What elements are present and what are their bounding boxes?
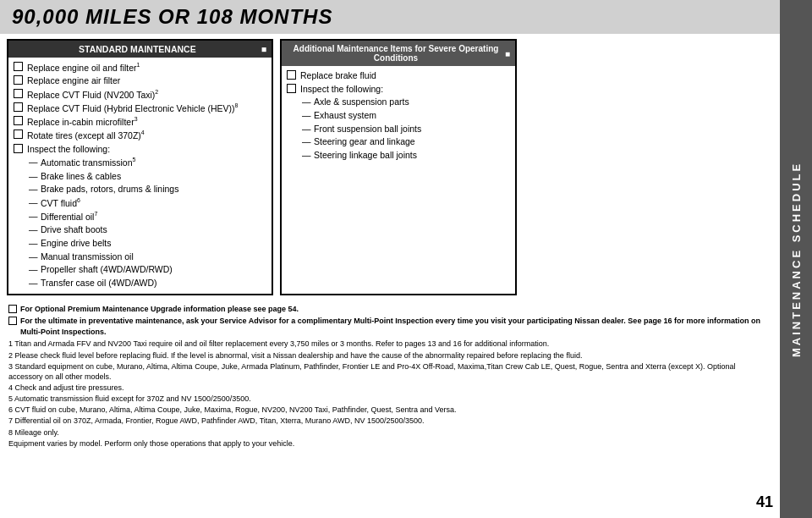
item-text: Replace CVT Fluid (Hybrid Electronic Veh… [27, 102, 238, 114]
checkbox-icon [14, 75, 23, 85]
item-text: Differential oil7 [41, 210, 97, 223]
checkbox-icon [287, 70, 296, 80]
list-item: — Steering gear and linkage [287, 135, 510, 148]
footnote-numbered: 1 Titan and Armada FFV and NV200 Taxi re… [8, 339, 771, 349]
item-text: Engine drive belts [41, 237, 111, 250]
item-text: Transfer case oil (4WD/AWD) [41, 277, 157, 289]
dash-icon: — [29, 223, 41, 236]
checkbox-icon [287, 84, 296, 93]
item-text: Rotate tires (except all 370Z)4 [27, 129, 145, 141]
right-sidebar: MAINTENANCE SCHEDULE [780, 0, 812, 518]
footnote-numbered: 7 Differential oil on 370Z, Armada, Fron… [8, 416, 771, 426]
dash-icon: — [29, 170, 41, 183]
list-item: Replace engine air filter [14, 74, 266, 87]
item-text: Replace brake fluid [300, 69, 376, 82]
dash-icon: — [29, 210, 41, 223]
dash-icon: — [29, 196, 41, 209]
list-item: Replace in-cabin microfilter3 [14, 115, 266, 128]
item-text: Replace in-cabin microfilter3 [27, 115, 138, 128]
list-item: — Steering linkage ball joints [287, 149, 510, 162]
list-item: Inspect the following: [14, 143, 266, 156]
item-text: Steering linkage ball joints [314, 149, 417, 162]
checkbox-icon [14, 89, 23, 98]
list-item: Inspect the following: [287, 83, 510, 96]
tables-row: STANDARD MAINTENANCE ■ Replace engine oi… [0, 39, 780, 295]
page-number: 41 [756, 493, 773, 511]
additional-table-header: Additional Maintenance Items for Severe … [282, 41, 515, 66]
item-text: Exhaust system [314, 109, 376, 122]
list-item: — Brake pads, rotors, drums & linings [14, 183, 266, 196]
checkbox-icon [14, 62, 23, 71]
list-item: — Brake lines & cables [14, 170, 266, 183]
footnote-numbered: 6 CVT fluid on cube, Murano, Altima, Alt… [8, 405, 771, 415]
main-content: 90,000 MILES OR 108 MONTHS STANDARD MAIN… [0, 0, 780, 518]
dash-icon: — [302, 123, 314, 135]
item-text: Replace engine oil and filter1 [27, 61, 140, 74]
checkbox-icon [14, 116, 23, 125]
item-text: Steering gear and linkage [314, 135, 415, 148]
page-container: 90,000 MILES OR 108 MONTHS STANDARD MAIN… [0, 0, 812, 518]
list-item: — Propeller shaft (4WD/AWD/RWD) [14, 263, 266, 276]
sidebar-label: MAINTENANCE SCHEDULE [790, 161, 803, 356]
dash-icon: — [302, 109, 314, 122]
dash-icon: — [302, 149, 314, 162]
list-item: — Engine drive belts [14, 237, 266, 250]
list-item: Rotate tires (except all 370Z)4 [14, 129, 266, 141]
item-text: Brake pads, rotors, drums & linings [41, 183, 178, 196]
dash-icon: — [29, 183, 41, 196]
list-item: — Differential oil7 [14, 210, 266, 223]
header-banner: 90,000 MILES OR 108 MONTHS [0, 0, 780, 34]
list-item: Replace brake fluid [287, 69, 510, 82]
list-item: — Transfer case oil (4WD/AWD) [14, 277, 266, 289]
list-item: Replace engine oil and filter1 [14, 61, 266, 74]
additional-header-line2: Conditions [374, 53, 418, 63]
list-item: — Exhaust system [287, 109, 510, 122]
list-item: — Automatic transmission5 [14, 156, 266, 168]
standard-table-body: Replace engine oil and filter1 Replace e… [8, 58, 272, 294]
checkbox-icon [14, 144, 23, 153]
footnotes-section: For Optional Premium Maintenance Upgrade… [0, 300, 780, 453]
footnote-numbered: 8 Mileage only. [8, 427, 771, 438]
checkbox-icon [14, 130, 23, 139]
dash-icon: — [29, 156, 41, 168]
list-item: — Drive shaft boots [14, 223, 266, 236]
list-item: — CVT fluid6 [14, 196, 266, 209]
dash-icon: — [29, 263, 41, 276]
item-text: Automatic transmission5 [41, 156, 135, 168]
footnote-numbered: 2 Please check fluid level before replac… [8, 350, 771, 361]
list-item: Replace CVT Fluid (NV200 Taxi)2 [14, 88, 266, 101]
list-item: — Front suspension ball joints [287, 123, 510, 135]
footnote-numbered: 5 Automatic transmission fluid except fo… [8, 394, 771, 404]
additional-header-icon: ■ [505, 49, 510, 58]
dash-icon: — [29, 277, 41, 289]
footnote-bold-text: For Optional Premium Maintenance Upgrade… [20, 304, 299, 315]
item-text: Replace CVT Fluid (NV200 Taxi)2 [27, 88, 158, 101]
footnote-numbered: 4 Check and adjust tire pressures. [8, 383, 771, 393]
item-text: Front suspension ball joints [314, 123, 421, 135]
item-text: Propeller shaft (4WD/AWD/RWD) [41, 263, 173, 276]
page-title: 90,000 MILES OR 108 MONTHS [12, 5, 332, 28]
standard-table-header: STANDARD MAINTENANCE ■ [8, 41, 272, 58]
dash-icon: — [302, 96, 314, 108]
footnote-bold-item: For the ultimate in preventative mainten… [8, 316, 771, 337]
list-item: — Axle & suspension parts [287, 96, 510, 108]
item-text: Brake lines & cables [41, 170, 121, 183]
footnote-checkbox [8, 317, 17, 325]
checkbox-icon [14, 102, 23, 112]
additional-header-text: Additional Maintenance Items for Severe … [287, 44, 505, 63]
item-text: Drive shaft boots [41, 223, 107, 236]
item-text: CVT fluid6 [41, 196, 80, 209]
footnote-bold-text: For the ultimate in preventative mainten… [20, 316, 771, 337]
additional-header-line1: Additional Maintenance Items for Severe … [294, 44, 499, 53]
item-text: Manual transmission oil [41, 251, 134, 263]
item-text: Inspect the following: [300, 83, 383, 96]
additional-table-body: Replace brake fluid Inspect the followin… [282, 66, 515, 166]
footnote-checkbox [8, 305, 17, 313]
item-text: Inspect the following: [27, 143, 110, 156]
dash-icon: — [302, 135, 314, 148]
dash-icon: — [29, 251, 41, 263]
additional-maintenance-table: Additional Maintenance Items for Severe … [280, 39, 517, 295]
footnote-bold-item: For Optional Premium Maintenance Upgrade… [8, 304, 771, 315]
standard-header-text: STANDARD MAINTENANCE [14, 44, 261, 54]
standard-header-icon: ■ [261, 44, 266, 54]
